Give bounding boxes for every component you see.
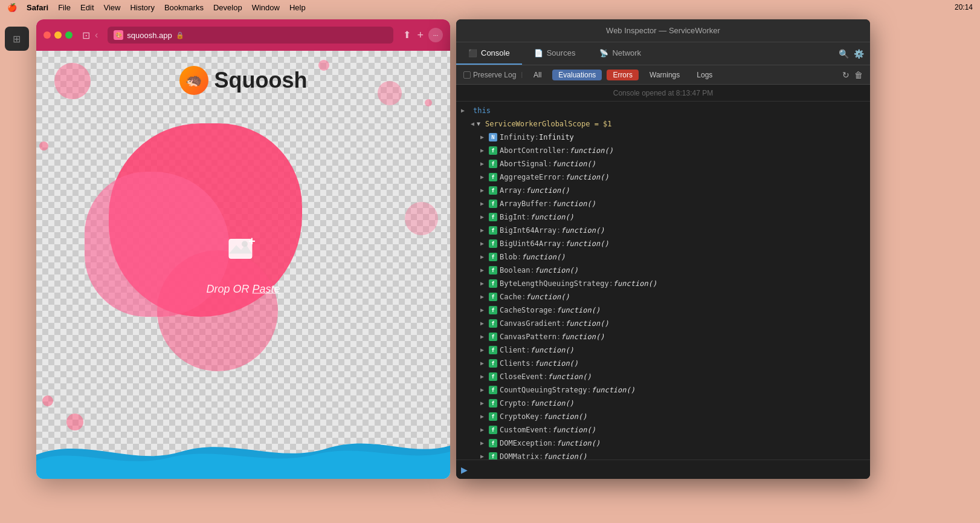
expand-arrow[interactable]: ▼	[477, 119, 483, 129]
filter-logs-button[interactable]: Logs	[691, 70, 718, 80]
tab-overflow-button[interactable]: ···	[428, 28, 443, 42]
console-opened-bar: Console opened at 8:13:47 PM	[456, 85, 870, 102]
menu-safari[interactable]: Safari	[27, 3, 48, 12]
minimize-button[interactable]	[54, 31, 62, 39]
expand-arrow[interactable]: ▶	[480, 172, 486, 183]
expand-arrow[interactable]: ▶	[480, 252, 486, 262]
squoosh-app-content: 🦔 Squoosh + Drop OR Paste	[36, 51, 450, 479]
decorative-blob	[405, 202, 438, 235]
search-icon[interactable]: 🔍	[839, 49, 849, 59]
menu-help[interactable]: Help	[289, 3, 306, 12]
expand-arrow[interactable]: ▶	[480, 424, 486, 435]
type-badge-f: f	[489, 359, 497, 368]
console-output[interactable]: ▶ this ◀ ▼ ServiceWorkerGlobalScope = $1…	[456, 102, 870, 460]
prop-countqueuing: ▶ f CountQueuingStrategy: function()	[456, 383, 870, 397]
type-badge-f: f	[489, 293, 497, 301]
preserve-log-checkbox[interactable]	[463, 71, 471, 79]
preserve-log-toggle[interactable]: Preserve Log	[463, 71, 516, 79]
prop-abortsignal: ▶ f AbortSignal: function()	[456, 157, 870, 171]
settings-icon[interactable]: ⚙️	[854, 49, 864, 59]
expand-arrow[interactable]: ▶	[480, 411, 486, 422]
menu-time: 20:14	[955, 3, 973, 11]
expand-arrow[interactable]: ▶	[480, 198, 486, 209]
prop-infinity: ▶ N Infinity: Infinity	[456, 131, 870, 144]
expand-arrow[interactable]: ▶	[480, 132, 486, 143]
blue-wave	[36, 424, 450, 479]
expand-arrow[interactable]: ▶	[480, 145, 486, 156]
filter-all-button[interactable]: All	[527, 70, 547, 80]
share-icon[interactable]: ⬆	[403, 29, 411, 42]
expand-arrow[interactable]: ▶	[480, 291, 486, 302]
type-badge-f: f	[489, 253, 497, 261]
address-bar[interactable]: 🎨 squoosh.app 🔒	[108, 27, 393, 44]
tab-console[interactable]: ⬛ Console	[456, 42, 522, 65]
back-icon[interactable]: ‹	[95, 30, 98, 41]
expand-arrow[interactable]: ▶	[480, 371, 486, 382]
expand-arrow[interactable]: ▶	[480, 305, 486, 316]
maximize-button[interactable]	[65, 31, 73, 39]
expand-arrow[interactable]: ▶	[480, 385, 486, 395]
inspector-titlebar: Web Inspector — ServiceWorker	[456, 19, 870, 42]
type-badge-f: f	[489, 226, 497, 235]
decorative-blob	[425, 99, 432, 106]
sidebar-toggle-icon[interactable]: ⊡	[82, 30, 90, 41]
expand-arrow[interactable]: ▶	[480, 278, 486, 289]
console-tab-label: Console	[481, 48, 510, 57]
close-button[interactable]	[44, 31, 51, 39]
expand-arrow[interactable]: ▶	[480, 185, 486, 196]
filter-evaluations-button[interactable]: Evaluations	[552, 70, 602, 80]
expand-arrow[interactable]: ▶	[480, 331, 486, 342]
squoosh-icon: 🦔	[179, 66, 208, 95]
paste-link[interactable]: Paste	[253, 283, 280, 295]
expand-arrow[interactable]: ▶	[480, 238, 486, 249]
prop-bigint: ▶ f BigInt: function()	[456, 210, 870, 224]
expand-arrow[interactable]: ▶	[461, 105, 467, 116]
expand-arrow[interactable]: ▶	[480, 398, 486, 409]
prop-customevent: ▶ f CustomEvent: function()	[456, 423, 870, 437]
menu-view[interactable]: View	[104, 3, 121, 12]
menu-bookmarks[interactable]: Bookmarks	[164, 3, 204, 12]
traffic-lights	[44, 31, 73, 39]
svg-text:+: +	[248, 235, 256, 248]
type-badge-f: f	[489, 372, 497, 381]
menu-file[interactable]: File	[58, 3, 71, 12]
scope-value: ServiceWorkerGlobalScope = $1	[485, 119, 612, 129]
expand-arrow[interactable]: ▶	[480, 212, 486, 223]
upload-area[interactable]: + Drop OR Paste	[206, 235, 280, 296]
refresh-icon[interactable]: ↻	[842, 70, 849, 80]
menu-develop[interactable]: Develop	[213, 3, 242, 12]
expand-arrow[interactable]: ▶	[480, 265, 486, 276]
prop-closeevent: ▶ f CloseEvent: function()	[456, 370, 870, 383]
filter-errors-button[interactable]: Errors	[607, 70, 639, 80]
menu-window[interactable]: Window	[252, 3, 280, 12]
apple-icon[interactable]: 🍎	[7, 3, 17, 12]
decorative-blob	[318, 60, 329, 71]
console-input-area[interactable]: ▶	[456, 460, 870, 479]
network-tab-label: Network	[612, 48, 641, 57]
prop-arraybuffer: ▶ f ArrayBuffer: function()	[456, 197, 870, 210]
browser-window: ⊡ ‹ 🎨 squoosh.app 🔒 ⬆ + ···	[36, 19, 450, 479]
type-badge-f: f	[489, 319, 497, 328]
main-container: ⊞ ⊡ ‹ 🎨 squoosh.app 🔒 ⬆	[0, 15, 980, 523]
expand-arrow[interactable]: ▶	[480, 225, 486, 236]
menu-edit[interactable]: Edit	[80, 3, 94, 12]
expand-arrow[interactable]: ▶	[480, 158, 486, 169]
console-opened-text: Console opened at 8:13:47 PM	[613, 89, 713, 97]
preserve-log-label: Preserve Log	[473, 71, 516, 79]
expand-arrow[interactable]: ▶	[480, 438, 486, 449]
type-badge-f: f	[489, 412, 497, 421]
filter-warnings-button[interactable]: Warnings	[643, 70, 686, 80]
menu-history[interactable]: History	[130, 3, 154, 12]
tab-network[interactable]: 📡 Network	[587, 42, 653, 65]
decorative-blob	[42, 395, 53, 406]
expand-arrow[interactable]: ▶	[480, 358, 486, 369]
squoosh-logo: 🦔 Squoosh	[179, 66, 308, 95]
lock-icon: 🔒	[176, 31, 184, 39]
expand-arrow[interactable]: ▶	[480, 451, 486, 460]
expand-arrow[interactable]: ▶	[480, 318, 486, 329]
clear-icon[interactable]: 🗑	[854, 70, 863, 80]
tab-sources[interactable]: 📄 Sources	[522, 42, 588, 65]
new-tab-icon[interactable]: +	[417, 29, 424, 42]
expand-arrow[interactable]: ▶	[480, 345, 486, 356]
left-arrow: ◀	[471, 119, 474, 129]
